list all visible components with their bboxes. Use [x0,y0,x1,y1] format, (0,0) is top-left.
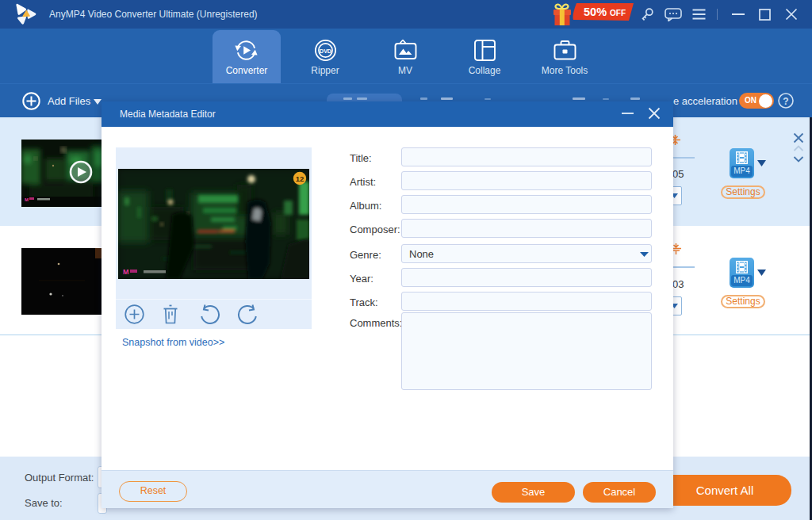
svg-text:OFF: OFF [610,9,626,17]
svg-text:12: 12 [296,174,304,183]
svg-text:M: M [123,268,129,276]
svg-text:DVD: DVD [320,48,331,54]
svg-text:M: M [25,197,29,202]
svg-text:50%: 50% [584,6,607,18]
svg-text:?: ? [783,96,788,107]
